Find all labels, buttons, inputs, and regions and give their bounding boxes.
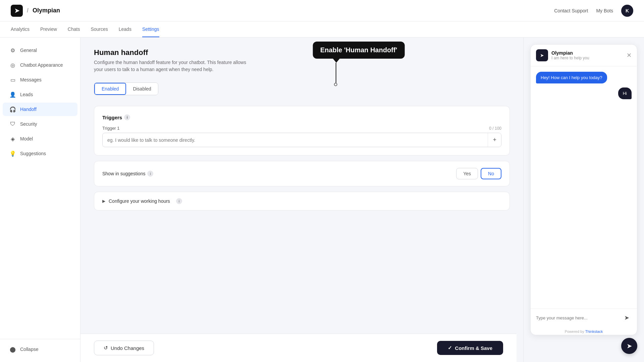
working-hours-card[interactable]: ▶ Configure your working hours i [94,192,510,210]
chat-input-area: ➤ [531,308,637,327]
trigger1-input[interactable] [103,134,488,146]
user-message: Hi [618,87,632,99]
chat-window: ➤ Olympian I am here to help you ✕ Hey! … [530,44,637,335]
tooltip-line [336,63,336,83]
trigger-input-wrap: + [102,133,501,147]
tooltip-arrow [333,59,340,63]
gear-icon: ⚙ [9,47,16,54]
bottom-bar: ↺ Undo Changes ✓ Confirm & Save [80,334,517,362]
collapse-icon: ⬤ [9,346,16,353]
save-label: Confirm & Save [455,345,492,351]
section-desc: Configure the human handoff feature for … [94,59,255,73]
tooltip-overlay: Enable 'Human Handoff' [313,42,405,86]
working-hours-arrow-icon: ▶ [102,199,105,203]
subnav-sources[interactable]: Sources [91,22,108,37]
top-nav: ➤ / Olympian Contact Support My Bots K [0,0,644,21]
section-title: Human handoff [94,48,510,57]
top-nav-right: Contact Support My Bots K [554,5,633,17]
check-icon: ✓ [448,345,452,351]
trigger1-count: 0 / 100 [489,126,501,131]
trigger1-label: Trigger 1 [102,126,120,131]
yes-button[interactable]: Yes [456,168,478,179]
disabled-button[interactable]: Disabled [126,83,158,95]
layout: ⚙ General ◎ Chatbot Appearance ▭ Message… [0,38,644,362]
chat-powered-by: Powered by Thinkstack [531,327,637,335]
enable-disable-toggle: Enabled Disabled [94,82,158,95]
chat-send-button[interactable]: ➤ [622,313,632,323]
sidebar-label-handoff: Handoff [20,107,37,112]
sidebar-label-collapse: Collapse [20,347,38,352]
confirm-save-button[interactable]: ✓ Confirm & Save [437,341,503,355]
powered-brand: Thinkstack [585,329,603,334]
sidebar-label-security: Security [20,121,37,127]
sidebar-label-suggestions: Suggestions [20,151,46,156]
sidebar-label-chatbot-appearance: Chatbot Appearance [20,62,63,68]
sidebar-item-messages[interactable]: ▭ Messages [3,73,77,86]
sidebar-bottom: ⬤ Collapse [0,339,80,357]
suggestions-info-icon[interactable]: i [147,171,153,177]
chat-messages: Hey! How can I help you today? Hi [531,66,637,308]
avatar[interactable]: K [621,5,633,17]
chat-bot-subtitle: I am here to help you [551,56,589,60]
subnav-analytics[interactable]: Analytics [11,22,30,37]
chat-header: ➤ Olympian I am here to help you ✕ [531,45,637,66]
sidebar: ⚙ General ◎ Chatbot Appearance ▭ Message… [0,38,80,362]
sub-nav: Analytics Preview Chats Sources Leads Se… [0,21,644,38]
chatbot-preview: ➤ Olympian I am here to help you ✕ Hey! … [523,38,644,362]
sidebar-item-model[interactable]: ◈ Model [3,132,77,145]
triggers-card: Triggers i Trigger 1 0 / 100 + [94,106,510,156]
tooltip-dot [334,83,337,86]
palette-icon: ◎ [9,62,16,68]
suggestions-icon: 💡 [9,150,16,157]
no-button[interactable]: No [481,168,501,179]
sidebar-label-messages: Messages [20,77,42,82]
sidebar-item-general[interactable]: ⚙ General [3,44,77,57]
model-icon: ◈ [9,135,16,142]
contact-support-link[interactable]: Contact Support [554,8,588,13]
security-icon: 🛡 [9,121,16,127]
leads-icon: 👤 [9,91,16,98]
suggestions-label: Show in suggestions i [102,171,153,177]
sidebar-item-handoff[interactable]: 🎧 Handoff [3,103,77,116]
undo-icon: ↺ [104,345,108,351]
my-bots-link[interactable]: My Bots [596,8,613,13]
triggers-label: Triggers i [102,114,501,120]
subnav-settings[interactable]: Settings [142,22,159,37]
breadcrumb-sep: / [27,7,29,14]
trigger-add-button[interactable]: + [488,133,501,147]
sub-nav-wrapper: Analytics Preview Chats Sources Leads Se… [0,21,644,38]
working-hours-label: Configure your working hours [109,198,170,204]
brand: ➤ / Olympian [11,5,60,17]
subnav-chats[interactable]: Chats [68,22,80,37]
sidebar-label-leads: Leads [20,92,33,97]
brand-icon: ➤ [11,5,23,17]
trigger-row: Trigger 1 0 / 100 [102,126,501,131]
sidebar-item-chatbot-appearance[interactable]: ◎ Chatbot Appearance [3,58,77,72]
subnav-preview[interactable]: Preview [40,22,57,37]
sidebar-item-security[interactable]: 🛡 Security [3,117,77,131]
sidebar-label-general: General [20,48,37,53]
undo-changes-button[interactable]: ↺ Undo Changes [94,341,154,355]
sidebar-item-leads[interactable]: 👤 Leads [3,88,77,101]
handoff-icon: 🎧 [9,106,16,113]
chat-bot-name: Olympian [551,50,589,56]
chat-input[interactable] [536,315,619,320]
chat-float-button[interactable]: ➤ [621,338,637,354]
yes-no-group: Yes No [456,168,501,179]
sidebar-item-suggestions[interactable]: 💡 Suggestions [3,147,77,160]
main-content: Human handoff Configure the human handof… [80,38,523,362]
triggers-info-icon[interactable]: i [124,114,130,120]
message-icon: ▭ [9,76,16,83]
suggestions-card: Show in suggestions i Yes No [94,161,510,186]
working-hours-info-icon[interactable]: i [176,198,182,204]
sidebar-item-collapse[interactable]: ⬤ Collapse [3,343,77,356]
undo-label: Undo Changes [111,345,144,351]
enabled-button[interactable]: Enabled [94,83,126,95]
tooltip-box: Enable 'Human Handoff' [313,42,405,59]
sidebar-label-model: Model [20,136,33,141]
chat-bot-icon: ➤ [536,49,548,61]
chat-bot-info: Olympian I am here to help you [551,50,589,60]
chat-close-button[interactable]: ✕ [627,52,632,59]
brand-name: Olympian [33,7,60,14]
subnav-leads[interactable]: Leads [119,22,131,37]
